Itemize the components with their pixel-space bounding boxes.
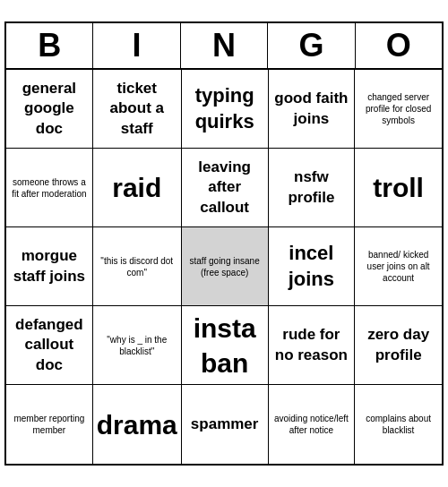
cell-text-7: leaving after callout: [185, 158, 264, 217]
cell-text-21: drama: [97, 407, 177, 442]
bingo-cell-4: changed server profile for closed symbol…: [355, 70, 442, 149]
bingo-cell-12: staff going insane (free space): [182, 227, 269, 306]
cell-text-14: banned/ kicked user joins on alt account: [358, 249, 438, 284]
bingo-cell-13: incel joins: [269, 227, 356, 306]
bingo-cell-6: raid: [93, 149, 182, 227]
cell-text-20: member reporting member: [10, 413, 89, 436]
cell-text-22: spammer: [191, 414, 259, 434]
cell-text-11: "this is discord dot com": [97, 255, 177, 278]
bingo-cell-17: insta ban: [182, 306, 269, 385]
bingo-cell-1: ticket about a staff: [93, 70, 182, 149]
bingo-cell-21: drama: [93, 385, 182, 464]
bingo-cell-2: typing quirks: [182, 70, 269, 149]
cell-text-10: morgue staff joins: [10, 246, 89, 286]
bingo-cell-7: leaving after callout: [182, 149, 269, 227]
cell-text-12: staff going insane (free space): [185, 255, 264, 278]
bingo-cell-20: member reporting member: [6, 385, 93, 464]
bingo-cell-18: rude for no reason: [269, 306, 356, 385]
cell-text-1: ticket about a staff: [97, 79, 177, 138]
cell-text-23: avoiding notice/left after notice: [272, 413, 351, 436]
bingo-cell-14: banned/ kicked user joins on alt account: [355, 227, 442, 306]
cell-text-15: defanged callout doc: [10, 315, 89, 374]
header-letter-b: B: [6, 23, 93, 68]
header-letter-i: I: [93, 23, 180, 68]
cell-text-24: complains about blacklist: [358, 413, 438, 436]
bingo-cell-3: good faith joins: [269, 70, 356, 149]
cell-text-5: someone throws a fit after moderation: [10, 176, 89, 200]
bingo-cell-16: "why is _ in the blacklist": [93, 306, 182, 385]
bingo-cell-22: spammer: [182, 385, 269, 464]
cell-text-9: troll: [373, 170, 424, 205]
bingo-cell-10: morgue staff joins: [6, 227, 93, 306]
cell-text-17: insta ban: [185, 311, 264, 380]
bingo-cell-19: zero day profile: [355, 306, 442, 385]
bingo-cell-9: troll: [355, 149, 442, 227]
bingo-grid: general google docticket about a staffty…: [6, 70, 442, 464]
bingo-card: BINGO general google docticket about a s…: [4, 21, 444, 466]
cell-text-13: incel joins: [272, 241, 351, 292]
bingo-cell-24: complains about blacklist: [355, 385, 442, 464]
bingo-cell-15: defanged callout doc: [6, 306, 93, 385]
bingo-cell-23: avoiding notice/left after notice: [269, 385, 356, 464]
bingo-header: BINGO: [6, 23, 442, 70]
cell-text-8: nsfw profile: [272, 167, 351, 207]
cell-text-16: "why is _ in the blacklist": [97, 334, 177, 357]
bingo-cell-11: "this is discord dot com": [93, 227, 182, 306]
bingo-cell-0: general google doc: [6, 70, 93, 149]
cell-text-4: changed server profile for closed symbol…: [358, 91, 438, 126]
cell-text-2: typing quirks: [185, 83, 264, 134]
header-letter-n: N: [181, 23, 268, 68]
cell-text-6: raid: [112, 170, 161, 205]
cell-text-3: good faith joins: [272, 89, 351, 128]
header-letter-g: G: [268, 23, 355, 68]
cell-text-18: rude for no reason: [272, 325, 351, 364]
header-letter-o: O: [356, 23, 442, 68]
cell-text-0: general google doc: [10, 79, 89, 138]
bingo-cell-8: nsfw profile: [269, 149, 356, 227]
bingo-cell-5: someone throws a fit after moderation: [6, 149, 93, 227]
cell-text-19: zero day profile: [358, 325, 438, 364]
